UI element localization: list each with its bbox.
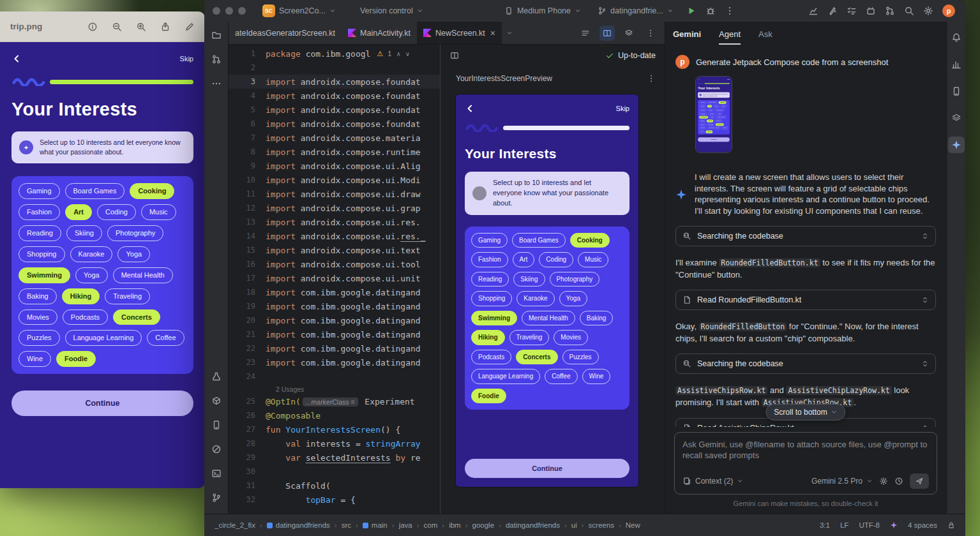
interest-chip[interactable]: Reading [471,272,509,287]
code-line[interactable]: 29 var selectedInterests by re [229,450,440,465]
run-button[interactable] [686,6,697,16]
close-button[interactable] [213,7,220,15]
code-line[interactable]: 9import androidx.compose.ui.Alig [229,159,440,173]
ai-spark-icon[interactable] [890,521,898,529]
code-line[interactable]: 3import androidx.compose.foundat [229,75,440,89]
history-icon[interactable] [894,477,903,486]
ai-assist-icon[interactable] [827,6,838,16]
interest-chip[interactable]: Board Games [65,183,125,199]
gemini-tab-ask[interactable]: Ask [758,29,773,45]
continue-button[interactable]: Continue [698,137,730,142]
close-tab-icon[interactable]: × [490,28,495,38]
tool-call-card[interactable]: Searching the codebase [675,226,936,246]
continue-button[interactable]: Continue [11,391,193,416]
interest-chip[interactable]: Karaoke [708,112,716,115]
folder-tool-button[interactable] [208,27,225,43]
interest-chip[interactable]: Traveling [714,119,722,122]
minimize-button[interactable] [225,7,233,15]
code-line[interactable]: 6import androidx.compose.foundat [229,117,440,131]
breadcrumb-item[interactable]: datingandfriends [267,521,330,529]
interest-chip[interactable]: Movies [699,123,706,126]
editor-tab[interactable]: ateIdeasGeneratorScreen.kt [229,22,342,44]
share-icon[interactable] [160,22,170,32]
zoom-out-icon[interactable] [112,22,122,32]
interest-chip[interactable]: Swimming [19,267,70,283]
interest-chip[interactable]: Art [513,252,535,267]
interest-chip[interactable]: Concerts [516,350,557,365]
problems-tool-button[interactable] [208,441,225,458]
interest-chip[interactable]: Music [721,105,727,107]
interest-chip[interactable]: Mental Health [113,267,173,283]
model-selector[interactable]: Gemini 2.5 Pro [811,477,873,486]
back-icon[interactable] [11,54,22,64]
zoom-in-icon[interactable] [136,22,146,32]
interest-chip[interactable]: Skiing [513,272,545,287]
interest-chip[interactable]: Baking [699,119,705,122]
code-line[interactable]: 15import androidx.compose.ui.text [229,243,440,257]
device-manager-tool-button[interactable] [948,83,965,100]
layout-mode-icon[interactable] [621,26,637,41]
skip-button[interactable]: Skip [180,55,193,63]
breadcrumb-item[interactable]: datingandfriends [506,521,560,529]
interest-chip[interactable]: Board Games [707,101,718,104]
code-line[interactable]: 13import androidx.compose.ui.res. [229,215,440,229]
breadcrumb-item[interactable]: ibm [449,521,461,529]
interest-chip[interactable]: Hiking [62,288,100,304]
interest-chip[interactable]: Fashion [699,105,706,107]
code-line[interactable]: 2 [229,61,440,75]
code-line[interactable]: 11import androidx.compose.ui.draw [229,187,440,201]
interest-chip[interactable]: Podcasts [471,350,511,365]
interest-chip[interactable]: Language Learning [707,127,721,130]
debug-button[interactable] [705,6,716,16]
gemini-tab-agent[interactable]: Agent [719,29,741,45]
code-line[interactable]: 31 Scaffold( [229,479,440,493]
interest-chip[interactable]: Gaming [699,101,706,104]
code-line[interactable]: 18import com.ibm.google.datingand [229,285,440,299]
breadcrumb-item[interactable]: src [342,521,351,529]
interest-chip[interactable]: Karaoke [516,291,554,306]
attached-screenshot-thumbnail[interactable]: SkipYour Interests✦Select up to 10 inter… [696,77,732,153]
send-button[interactable] [910,473,929,489]
caret-position[interactable]: 3:1 [820,521,830,529]
code-line[interactable]: 12import androidx.compose.ui.grap [229,201,440,215]
interest-chip[interactable]: Swimming [699,116,708,119]
plugin-icon[interactable] [866,6,876,16]
indent-setting[interactable]: 4 spaces [908,521,937,529]
interest-chip[interactable]: Shopping [471,291,512,306]
gemini-prompt-input[interactable]: Ask Gemini, use @filename to attach sour… [674,432,937,495]
breadcrumb-item[interactable]: ui [571,521,577,529]
device-explorer-tool-button[interactable] [208,417,225,433]
interest-chip[interactable]: Shopping [699,112,707,115]
editor-tab[interactable]: MainActivity.kt [342,22,417,44]
code-line[interactable]: 20import com.ibm.google.datingand [229,313,440,327]
interest-chip[interactable]: Podcasts [707,123,714,126]
interest-chip[interactable]: Skiing [66,225,102,241]
code-line[interactable]: 28 val interests = stringArray [229,436,440,450]
interest-chip[interactable]: Wine [582,369,611,384]
interest-chip[interactable]: Skiing [707,108,714,111]
interest-chip[interactable]: Fashion [19,204,60,220]
code-line[interactable]: 7import androidx.compose.materia [229,131,440,145]
resource-manager-tool-button[interactable] [208,392,225,409]
code-line[interactable]: 10import androidx.compose.ui.Modi [229,173,440,187]
interest-chip[interactable]: Coding [97,204,136,220]
vcs-widget[interactable]: Version control [356,4,427,17]
back-icon[interactable] [698,78,700,80]
gemini-settings-icon[interactable] [879,477,888,486]
interest-chip[interactable]: Coding [539,252,573,267]
interest-chip[interactable]: Coffee [147,330,184,346]
code-line[interactable]: 19import com.ibm.google.datingand [229,299,440,313]
interest-chip[interactable]: Cooking [570,233,610,248]
next-problem-icon[interactable]: ∨ [405,50,410,57]
interest-chip[interactable]: Traveling [509,330,550,345]
inspection-widget[interactable]: ⚠1∧∨ [377,50,410,58]
code-line[interactable]: 14import androidx.compose.ui.res._ [229,229,440,243]
info-icon[interactable] [87,22,98,32]
pull-request-icon[interactable] [885,6,895,16]
code-line[interactable]: 21import com.ibm.google.datingand [229,327,440,341]
project-widget[interactable]: SC Screen2Co... [259,3,340,19]
interest-chip[interactable]: Music [578,252,608,267]
terminal-tool-button[interactable] [208,465,225,482]
code-editor[interactable]: 1package com.ibm.googl⚠1∧∨23import andro… [229,45,441,514]
editor-more-icon[interactable] [643,26,658,41]
